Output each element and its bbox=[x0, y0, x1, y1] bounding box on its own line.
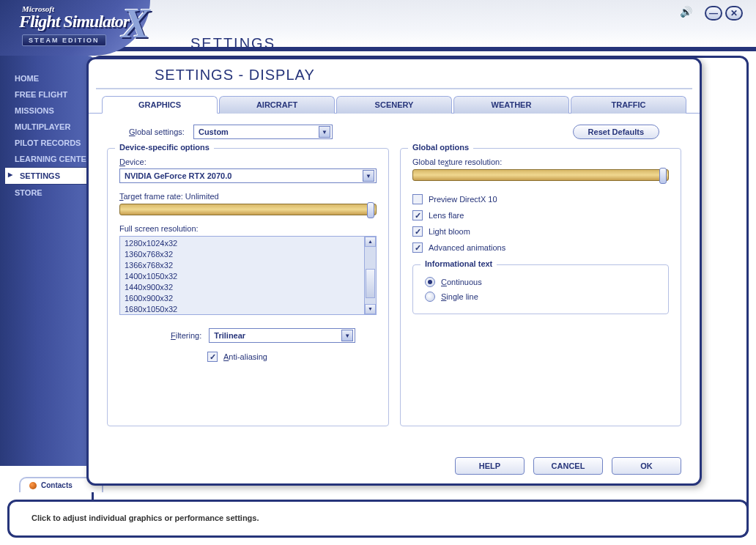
info-single-radio[interactable] bbox=[425, 292, 435, 302]
scrollbar[interactable]: ▲ ▼ bbox=[364, 237, 376, 314]
target-framerate-label: Target frame rate: Unlimited bbox=[119, 192, 377, 201]
slider-thumb[interactable] bbox=[367, 202, 374, 218]
sidebar-item-multiplayer[interactable]: MULTIPLAYER bbox=[0, 119, 95, 135]
ok-button[interactable]: OK bbox=[612, 457, 681, 475]
resolution-option[interactable]: 1440x900x32 bbox=[125, 282, 360, 293]
sound-icon[interactable]: 🔊 bbox=[680, 6, 696, 19]
edition-badge: STEAM EDITION bbox=[22, 34, 106, 46]
status-dot-icon bbox=[29, 482, 37, 489]
lens-flare-label: Lens flare bbox=[429, 211, 464, 220]
resolution-option[interactable]: 1680x1050x32 bbox=[125, 304, 360, 314]
tab-graphics[interactable]: GRAPHICS bbox=[102, 96, 218, 114]
scroll-up-icon[interactable]: ▲ bbox=[365, 237, 376, 247]
light-bloom-checkbox[interactable]: ✓ bbox=[412, 226, 423, 237]
tab-scenery[interactable]: SCENERY bbox=[336, 96, 452, 114]
dialog-tabs: GRAPHICSAIRCRAFTSCENERYWEATHERTRAFFIC bbox=[89, 89, 700, 114]
preview-dx10-checkbox[interactable] bbox=[412, 194, 423, 204]
device-value: NVIDIA GeForce RTX 2070.0 bbox=[125, 171, 358, 180]
device-options-legend: Device-specific options bbox=[115, 143, 214, 152]
global-settings-value: Custom bbox=[199, 127, 314, 136]
sidebar-item-pilot-records[interactable]: PILOT RECORDS bbox=[0, 135, 95, 151]
sidebar-item-learning-center[interactable]: LEARNING CENTER bbox=[0, 151, 95, 167]
resolution-listbox[interactable]: 1280x1024x321360x768x321366x768x321400x1… bbox=[119, 236, 377, 315]
tab-aircraft[interactable]: AIRCRAFT bbox=[219, 96, 335, 114]
tab-weather[interactable]: WEATHER bbox=[453, 96, 569, 114]
minimize-button[interactable]: — bbox=[705, 6, 722, 21]
close-button[interactable]: ✕ bbox=[725, 6, 743, 21]
logo-x: X bbox=[122, 0, 150, 48]
global-options-group: Global options Global texture resolution… bbox=[400, 148, 681, 426]
texture-resolution-slider[interactable] bbox=[412, 169, 669, 181]
informational-text-group: Informational text Continuous Single lin… bbox=[412, 264, 669, 314]
contacts-label: Contacts bbox=[41, 481, 73, 489]
cancel-button[interactable]: CANCEL bbox=[533, 457, 603, 475]
resolution-option[interactable]: 1360x768x32 bbox=[125, 249, 360, 260]
sidebar-item-home[interactable]: HOME bbox=[0, 70, 95, 86]
dialog-title: SETTINGS - DISPLAY bbox=[96, 62, 692, 89]
slider-thumb[interactable] bbox=[659, 168, 667, 184]
scroll-down-icon[interactable]: ▼ bbox=[365, 304, 376, 314]
page-title: SETTINGS bbox=[190, 35, 275, 52]
target-framerate-slider[interactable] bbox=[119, 204, 377, 215]
device-options-group: Device-specific options Device: NVIDIA G… bbox=[107, 148, 389, 426]
global-options-legend: Global options bbox=[408, 143, 473, 152]
hint-bar: Click to adjust individual graphics or p… bbox=[7, 500, 749, 538]
texture-resolution-label: Global texture resolution: bbox=[412, 157, 669, 166]
lens-flare-checkbox[interactable]: ✓ bbox=[412, 210, 423, 220]
scroll-thumb[interactable] bbox=[366, 269, 375, 298]
sidebar-item-free-flight[interactable]: FREE FLIGHT bbox=[0, 86, 95, 103]
settings-display-dialog: SETTINGS - DISPLAY GRAPHICSAIRCRAFTSCENE… bbox=[86, 57, 702, 486]
resolution-option[interactable]: 1400x1050x32 bbox=[125, 271, 360, 282]
resolution-option[interactable]: 1600x900x32 bbox=[125, 293, 360, 304]
logo-title: Flight Simulator bbox=[19, 12, 129, 31]
info-continuous-label: Continuous bbox=[441, 278, 482, 286]
filtering-dropdown[interactable]: Trilinear ▼ bbox=[209, 328, 355, 343]
advanced-animations-checkbox[interactable]: ✓ bbox=[412, 242, 423, 253]
light-bloom-label: Light bloom bbox=[429, 227, 470, 236]
filtering-value: Trilinear bbox=[214, 331, 337, 340]
hint-text: Click to adjust individual graphics or p… bbox=[32, 509, 724, 522]
reset-defaults-button[interactable]: Reset Defaults bbox=[573, 125, 659, 139]
tab-traffic[interactable]: TRAFFIC bbox=[571, 96, 686, 114]
sidebar-item-missions[interactable]: MISSIONS bbox=[0, 103, 95, 119]
resolution-option[interactable]: 1366x768x32 bbox=[125, 260, 360, 271]
info-single-label: Single line bbox=[441, 292, 478, 301]
advanced-animations-label: Advanced animations bbox=[429, 243, 505, 252]
info-continuous-radio[interactable] bbox=[425, 277, 435, 287]
filtering-label: Filtering: bbox=[171, 331, 201, 340]
preview-dx10-label: Preview DirectX 10 bbox=[429, 195, 497, 204]
chevron-down-icon: ▼ bbox=[363, 170, 374, 182]
device-dropdown[interactable]: NVIDIA GeForce RTX 2070.0 ▼ bbox=[119, 168, 377, 183]
sidebar: HOMEFREE FLIGHTMISSIONSMULTIPLAYERPILOT … bbox=[0, 56, 95, 466]
sidebar-item-settings[interactable]: SETTINGS bbox=[4, 167, 95, 185]
info-text-legend: Informational text bbox=[420, 259, 497, 268]
resolution-label: Full screen resolution: bbox=[119, 224, 377, 233]
device-label: Device: bbox=[119, 157, 377, 166]
antialiasing-checkbox[interactable]: ✓ bbox=[207, 352, 218, 362]
chevron-down-icon: ▼ bbox=[319, 126, 330, 138]
app-logo: Microsoft Flight Simulator X STEAM EDITI… bbox=[13, 1, 156, 53]
help-button[interactable]: HELP bbox=[455, 457, 525, 475]
global-settings-dropdown[interactable]: Custom ▼ bbox=[193, 125, 333, 139]
antialiasing-label: Anti-aliasing bbox=[223, 352, 267, 361]
resolution-option[interactable]: 1280x1024x32 bbox=[125, 238, 360, 249]
sidebar-item-store[interactable]: STORE bbox=[0, 185, 95, 201]
chevron-down-icon: ▼ bbox=[341, 330, 353, 341]
global-settings-label: Global settings: bbox=[129, 127, 185, 136]
